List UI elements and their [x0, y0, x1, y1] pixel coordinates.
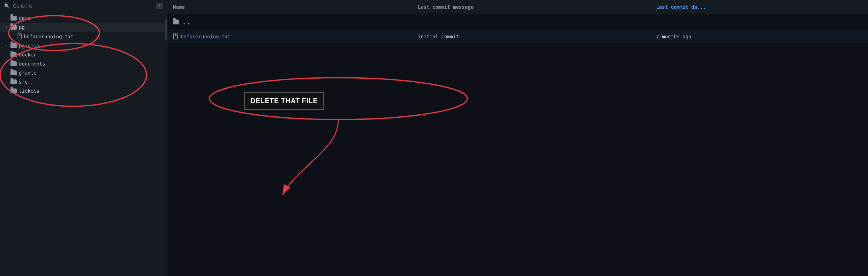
sidebar-item-label: pgadmin — [19, 43, 39, 48]
col-commit-msg: Last commit message — [412, 0, 651, 14]
sidebar-item-gradle[interactable]: gradle — [0, 68, 167, 77]
file-name-cell: .. — [173, 18, 407, 26]
col-name: Name — [167, 0, 412, 14]
sidebar-item-label: pg — [19, 24, 25, 30]
search-icon: 🔍 — [4, 3, 10, 9]
folder-icon — [10, 70, 17, 75]
file-table: Name Last commit message Last commit da.… — [167, 0, 868, 43]
folder-icon — [10, 61, 17, 66]
page-wrapper: 🔍 t data ▾ pg beforerunning.txt — [0, 0, 868, 276]
folder-icon — [173, 20, 179, 24]
annotation-label: DELETE THAT FILE — [250, 97, 318, 105]
sidebar-item-label: beforerunning.txt — [24, 34, 74, 39]
sidebar-item-label: gradle — [19, 70, 37, 76]
parent-dir-label: .. — [182, 18, 190, 26]
cell-commit-msg — [412, 14, 651, 30]
col-commit-date: Last commit da... — [650, 0, 868, 14]
sidebar-item-pg[interactable]: ▾ pg — [0, 23, 167, 32]
table-row-beforerunning[interactable]: beforerunning.txt initial commit 7 month… — [167, 30, 868, 43]
sidebar-item-tickets[interactable]: tickets — [0, 86, 167, 95]
sidebar-item-documents[interactable]: documents — [0, 59, 167, 68]
folder-icon — [10, 16, 17, 21]
folder-icon — [10, 89, 17, 93]
main-content: Name Last commit message Last commit da.… — [167, 0, 868, 276]
file-name-cell: beforerunning.txt — [173, 33, 407, 39]
table-row-parent[interactable]: .. — [167, 14, 868, 30]
file-icon — [17, 33, 22, 39]
annotation-box: DELETE THAT FILE — [244, 92, 324, 110]
cell-name: .. — [167, 14, 412, 30]
folder-icon — [10, 52, 17, 57]
sidebar-item-docker[interactable]: docker — [0, 50, 167, 59]
scrollbar-thumb[interactable] — [165, 19, 167, 40]
sidebar-item-pgadmin[interactable]: ▸ pgadmin — [0, 41, 167, 50]
folder-icon — [10, 25, 17, 30]
cell-commit-date: 7 months ago — [650, 30, 868, 43]
sidebar-item-label: data — [19, 15, 31, 21]
sidebar-item-label: documents — [19, 61, 45, 67]
file-tree: data ▾ pg beforerunning.txt ▸ pgadmin — [0, 12, 167, 276]
sidebar: 🔍 t data ▾ pg beforerunning.txt — [0, 0, 167, 276]
sidebar-item-label: src — [19, 79, 28, 85]
sidebar-item-src[interactable]: src — [0, 77, 167, 86]
folder-icon — [10, 79, 17, 84]
cell-commit-date — [650, 14, 868, 30]
search-bar[interactable]: 🔍 t — [0, 0, 167, 12]
chevron-icon: ▾ — [4, 25, 8, 30]
cell-name: beforerunning.txt — [167, 30, 412, 43]
chevron-icon: ▸ — [4, 44, 8, 48]
search-input[interactable] — [13, 3, 153, 9]
sidebar-item-label: tickets — [19, 88, 39, 94]
file-icon — [173, 33, 178, 39]
sidebar-item-beforerunning[interactable]: beforerunning.txt — [0, 32, 167, 41]
keyboard-shortcut-badge: t — [156, 3, 163, 9]
sidebar-item-data[interactable]: data — [0, 14, 167, 23]
file-name-link[interactable]: beforerunning.txt — [181, 34, 231, 39]
folder-icon — [10, 43, 17, 48]
cell-commit-msg: initial commit — [412, 30, 651, 43]
sidebar-item-label: docker — [19, 52, 37, 58]
